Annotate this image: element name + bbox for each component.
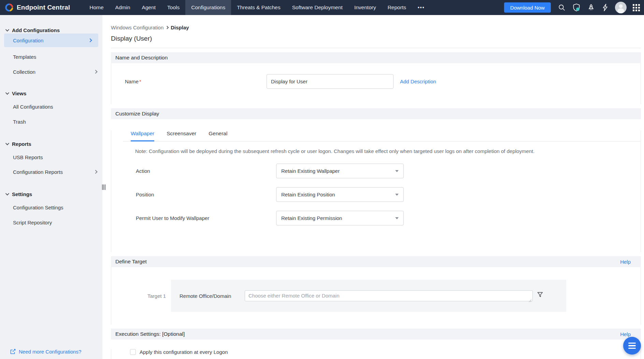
action-field-row: Action Retain Existing Wallpaper — [111, 164, 641, 178]
sidebar-section-settings[interactable]: Settings — [0, 191, 102, 197]
breadcrumb-display: Display — [171, 25, 189, 30]
top-navbar: Endpoint Central Home Admin Agent Tools … — [0, 0, 644, 15]
tab-screensaver[interactable]: Screensaver — [167, 130, 196, 141]
sidebar-item-usb-reports[interactable]: USB Reports — [0, 150, 102, 164]
title-divider — [111, 48, 641, 48]
nav-item-agent[interactable]: Agent — [136, 0, 162, 15]
action-dropdown-value: Retain Existing Wallpaper — [281, 168, 340, 174]
bolt-notifications-icon[interactable] — [601, 3, 609, 12]
chevron-right-icon — [88, 38, 92, 42]
permit-modify-label: Permit User to Modify Wallpaper — [136, 215, 209, 221]
chevron-right-icon — [94, 70, 97, 73]
section-title: Define Target — [115, 259, 147, 265]
chevron-right-icon — [94, 170, 97, 174]
need-more-configurations-label: Need more Configurations? — [19, 349, 81, 355]
hamburger-menu-icon — [628, 343, 636, 344]
nav-item-software-deployment[interactable]: Software Deployment — [286, 0, 348, 15]
sidebar-section-views[interactable]: Views — [0, 90, 102, 97]
sidebar-item-label: Configuration Settings — [13, 205, 63, 210]
rocket-icon[interactable] — [587, 3, 595, 12]
section-header-name-description: Name and Description — [111, 52, 641, 63]
shield-security-icon[interactable] — [572, 3, 581, 12]
brand[interactable]: Endpoint Central — [5, 3, 70, 12]
need-more-configurations-link[interactable]: Need more Configurations? — [10, 348, 81, 355]
floating-menu-button[interactable] — [623, 337, 641, 355]
execution-settings-help-link[interactable]: Help — [620, 331, 631, 337]
remote-office-domain-input[interactable] — [245, 290, 533, 301]
sidebar-item-configuration-reports[interactable]: Configuration Reports — [0, 165, 102, 179]
chevron-down-icon — [5, 91, 9, 95]
section-body-customize-display: Wallpaper Screensaver General Note: Conf… — [111, 130, 641, 252]
remote-office-domain-label: Remote Office/Domain — [180, 293, 231, 299]
sidebar-item-label: USB Reports — [13, 154, 43, 160]
sidebar-section-title: Add Configurations — [12, 27, 60, 33]
nav-item-configurations[interactable]: Configurations — [185, 0, 231, 15]
chevron-down-icon — [5, 141, 9, 145]
sidebar-item-collection[interactable]: Collection — [0, 65, 102, 79]
section-title: Name and Description — [115, 55, 168, 61]
sidebar-item-configuration-settings[interactable]: Configuration Settings — [0, 201, 102, 214]
main-nav: Home Admin Agent Tools Configurations Th… — [84, 0, 430, 15]
more-menu-icon[interactable]: ••• — [412, 0, 431, 15]
filter-funnel-icon[interactable] — [537, 291, 543, 299]
tab-wallpaper[interactable]: Wallpaper — [131, 130, 154, 141]
sidebar-item-script-repository[interactable]: Script Repository — [0, 216, 102, 229]
position-label: Position — [136, 192, 154, 197]
sidebar-item-label: Templates — [13, 54, 36, 60]
edit-pencil-icon — [10, 348, 16, 355]
sidebar-item-all-configurations[interactable]: All Configurations — [0, 100, 102, 113]
sidebar-item-trash[interactable]: Trash — [0, 115, 102, 128]
caret-down-icon — [395, 194, 399, 196]
page-title: Display (User) — [111, 35, 641, 43]
sidebar-section-title: Views — [12, 91, 26, 96]
permit-modify-dropdown[interactable]: Retain Existing Permission — [276, 211, 404, 225]
download-now-button[interactable]: Download Now — [504, 2, 551, 13]
sidebar-item-label: Collection — [13, 69, 35, 75]
section-header-customize-display: Customize Display — [111, 108, 641, 119]
nav-item-reports[interactable]: Reports — [382, 0, 412, 15]
apply-at-logon-checkbox[interactable] — [130, 349, 136, 355]
user-avatar[interactable] — [615, 2, 627, 13]
sidebar-item-configuration[interactable]: Configuration — [4, 33, 98, 47]
required-asterisk: * — [139, 79, 141, 84]
chevron-down-icon — [5, 192, 9, 195]
sidebar-item-label: Configuration Reports — [13, 169, 63, 175]
brand-name: Endpoint Central — [17, 4, 70, 11]
sidebar-item-label: Configuration — [13, 38, 43, 43]
sidebar-item-label: Trash — [13, 119, 26, 125]
apply-at-logon-row: Apply this configuration at every Logon — [130, 349, 641, 355]
define-target-help-link[interactable]: Help — [620, 259, 631, 265]
configuration-name-input[interactable] — [267, 74, 393, 89]
search-icon[interactable] — [558, 3, 566, 12]
sidebar-section-reports[interactable]: Reports — [0, 140, 102, 147]
caret-down-icon — [395, 170, 399, 172]
apply-at-logon-label: Apply this configuration at every Logon — [140, 349, 228, 355]
left-sidebar: Add Configurations Configuration Templat… — [0, 15, 102, 359]
breadcrumb-windows-configuration[interactable]: Windows Configuration — [111, 25, 163, 30]
nav-item-admin[interactable]: Admin — [110, 0, 136, 15]
nav-item-tools[interactable]: Tools — [161, 0, 185, 15]
sidebar-section-title: Settings — [12, 191, 32, 197]
navbar-icon-group — [558, 0, 640, 15]
sidebar-item-label: All Configurations — [13, 104, 53, 110]
action-dropdown[interactable]: Retain Existing Wallpaper — [276, 164, 404, 178]
nav-item-inventory[interactable]: Inventory — [348, 0, 382, 15]
permit-modify-field-row: Permit User to Modify Wallpaper Retain E… — [111, 211, 641, 225]
apps-grid-icon[interactable] — [633, 4, 640, 11]
sidebar-item-label: Script Repository — [13, 220, 52, 225]
tab-general[interactable]: General — [209, 130, 227, 141]
nav-item-home[interactable]: Home — [84, 0, 109, 15]
breadcrumb-separator-icon — [166, 26, 169, 29]
add-description-link[interactable]: Add Description — [400, 79, 436, 84]
sidebar-section-add-configurations[interactable]: Add Configurations — [0, 27, 102, 33]
section-title: Customize Display — [115, 111, 159, 117]
permit-modify-dropdown-value: Retain Existing Permission — [281, 215, 342, 221]
action-label: Action — [136, 168, 150, 174]
endpoint-central-logo-icon — [5, 3, 14, 12]
target-1-label: Target 1 — [147, 293, 166, 299]
caret-down-icon — [395, 217, 399, 219]
sidebar-resize-handle[interactable] — [102, 184, 105, 190]
sidebar-item-templates[interactable]: Templates — [0, 50, 102, 64]
position-dropdown[interactable]: Retain Existing Position — [276, 187, 404, 202]
nav-item-threats-patches[interactable]: Threats & Patches — [231, 0, 286, 15]
